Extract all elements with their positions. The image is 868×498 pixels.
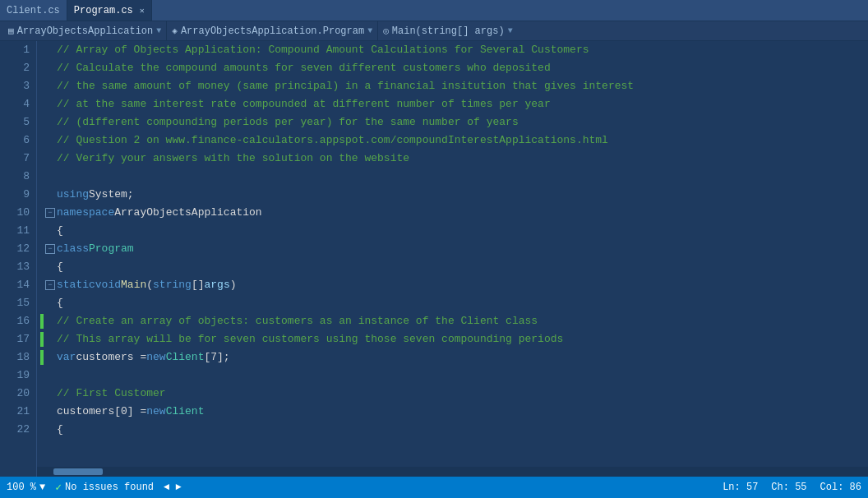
line-position: Ln: 57	[723, 482, 758, 493]
line-number: 16	[7, 312, 30, 330]
line-number: 5	[7, 113, 30, 131]
tab-close-icon[interactable]: ✕	[140, 6, 145, 16]
line-number: 12	[7, 240, 30, 258]
token-comment: // Create an array of objects: customers…	[57, 312, 538, 330]
code-line: // This array will be for seven customer…	[40, 330, 868, 348]
breadcrumb-class-text: ArrayObjectsApplication.Program	[181, 25, 364, 37]
nav-arrows[interactable]: ◄ ►	[164, 482, 182, 493]
collapse-button[interactable]: −	[45, 244, 55, 254]
token-comment: // the same amount of money (same princi…	[57, 77, 634, 95]
change-indicator	[40, 314, 44, 329]
line-number: 19	[7, 367, 30, 385]
token-plain: )	[230, 276, 237, 294]
code-line: {	[40, 294, 868, 312]
line-number: 18	[7, 348, 30, 367]
code-line: var customers = new Client[7];	[40, 348, 868, 367]
token-kw: new	[146, 348, 165, 367]
line-number: 6	[7, 131, 30, 150]
token-plain: ArrayObjectsApplication	[114, 204, 261, 222]
scrollbar-thumb[interactable]	[53, 468, 103, 475]
tab-client-cs-label: Client.cs	[7, 5, 60, 16]
breadcrumb-bar: ▤ ArrayObjectsApplication ▼ ◈ ArrayObjec…	[0, 21, 868, 41]
token-method: Main	[121, 276, 146, 294]
line-number: 2	[7, 59, 30, 77]
line-number: 22	[7, 421, 30, 439]
collapse-button[interactable]: −	[45, 208, 55, 218]
token-comment: // This array will be for seven customer…	[57, 330, 563, 348]
token-plain: {	[57, 258, 63, 276]
scroll-col: Col: 86	[820, 482, 861, 493]
token-kw: using	[57, 186, 89, 204]
issues-section[interactable]: ✓ No issues found	[55, 481, 154, 494]
line-number: 21	[7, 403, 30, 421]
token-type-name: Client	[166, 403, 205, 421]
nav-arrows-icon: ◄ ►	[164, 482, 182, 493]
token-kw2: Program	[89, 240, 134, 258]
token-kw: void	[95, 276, 121, 294]
token-plain: {	[57, 294, 63, 312]
zoom-control[interactable]: 100 % ▼	[7, 482, 45, 493]
token-plain: customers[0] =	[57, 403, 146, 421]
code-line: // at the same interest rate compounded …	[40, 95, 868, 113]
code-line: {	[40, 258, 868, 276]
code-line: // Array of Objects Application: Compoun…	[40, 41, 868, 59]
token-kw: class	[57, 240, 89, 258]
breadcrumb-namespace-text: ArrayObjectsApplication	[17, 25, 154, 37]
token-plain: []	[192, 276, 205, 294]
token-plain: customers =	[76, 348, 146, 367]
code-line: {	[40, 222, 868, 240]
code-line: using System;	[40, 186, 868, 204]
token-plain: [7];	[204, 348, 229, 367]
code-area[interactable]: 12345678910111213141516171819202122 // A…	[0, 41, 868, 477]
breadcrumb-method[interactable]: ◎ Main(string[] args) ▼	[378, 21, 517, 40]
line-number: 3	[7, 77, 30, 95]
token-comment: // Verify your answers with the solution…	[57, 150, 409, 168]
class-icon: ◈	[172, 25, 178, 36]
line-number: 20	[7, 385, 30, 403]
line-number: 1	[7, 41, 30, 59]
code-line: {	[40, 421, 868, 439]
code-line: // the same amount of money (same princi…	[40, 77, 868, 95]
code-line: // Verify your answers with the solution…	[40, 150, 868, 168]
status-bar: 100 % ▼ ✓ No issues found ◄ ► Ln: 57 Ch:…	[0, 477, 868, 498]
check-icon: ✓	[55, 481, 62, 494]
line-number: 10	[7, 204, 30, 222]
breadcrumb-namespace[interactable]: ▤ ArrayObjectsApplication ▼	[3, 21, 167, 40]
line-number: 14	[7, 276, 30, 294]
code-line: // Calculate the compound amounts for se…	[40, 59, 868, 77]
code-line: // First Customer	[40, 385, 868, 403]
code-line: // (different compounding periods per ye…	[40, 113, 868, 131]
code-content[interactable]: // Array of Objects Application: Compoun…	[37, 41, 868, 477]
token-type-name: Client	[166, 348, 205, 367]
token-param: args	[204, 276, 229, 294]
token-kw: var	[57, 348, 76, 367]
line-numbers: 12345678910111213141516171819202122	[0, 41, 37, 477]
status-left: 100 % ▼ ✓ No issues found ◄ ►	[7, 481, 182, 494]
horizontal-scrollbar[interactable]	[37, 467, 868, 477]
code-line: − static void Main(string[] args)	[40, 276, 868, 294]
token-kw: static	[57, 276, 95, 294]
line-number: 11	[7, 222, 30, 240]
issues-text: No issues found	[65, 482, 154, 493]
token-plain: (	[146, 276, 153, 294]
token-kw: namespace	[57, 204, 114, 222]
token-plain: System;	[89, 186, 134, 204]
tab-program-cs[interactable]: Program.cs ✕	[67, 0, 152, 21]
namespace-icon: ▤	[8, 25, 14, 36]
line-number: 17	[7, 330, 30, 348]
collapse-button[interactable]: −	[45, 280, 55, 290]
code-line: // Question 2 on www.finance-calculators…	[40, 131, 868, 150]
zoom-value: 100 %	[7, 482, 36, 493]
breadcrumb-arrow-2: ▼	[367, 26, 372, 35]
token-comment: // Array of Objects Application: Compoun…	[57, 41, 589, 59]
method-icon: ◎	[383, 25, 389, 36]
tab-client-cs[interactable]: Client.cs	[0, 0, 67, 21]
code-line: −namespace ArrayObjectsApplication	[40, 204, 868, 222]
line-number: 4	[7, 95, 30, 113]
token-plain: {	[57, 421, 63, 439]
token-comment: // (different compounding periods per ye…	[57, 113, 519, 131]
token-comment: // at the same interest rate compounded …	[57, 95, 551, 113]
col-position: Ch: 55	[771, 482, 806, 493]
code-line	[40, 168, 868, 186]
breadcrumb-class[interactable]: ◈ ArrayObjectsApplication.Program ▼	[167, 21, 378, 40]
